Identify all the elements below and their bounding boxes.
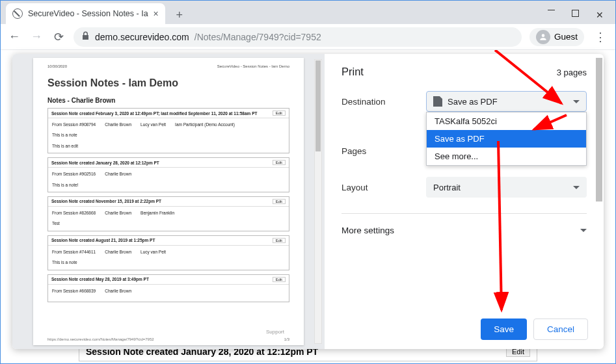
preview-attendee: Lucy van Pelt bbox=[141, 122, 166, 128]
page-count: 3 pages bbox=[557, 68, 587, 77]
lock-icon bbox=[81, 31, 90, 42]
preview-scroll-thumb[interactable] bbox=[315, 60, 321, 151]
preview-h1: Session Notes - Iam Demo bbox=[47, 77, 289, 89]
preview-edit-button[interactable]: Edit bbox=[273, 277, 286, 282]
preview-attendee: Charlie Brown bbox=[105, 210, 131, 216]
destination-label: Destination bbox=[341, 97, 426, 107]
preview-doc-header: SecureVideo - Session Notes - Iam Demo bbox=[217, 64, 289, 68]
preview-attendee: Charlie Brown bbox=[105, 249, 131, 255]
pdf-icon bbox=[433, 96, 442, 107]
destination-option-pdf[interactable]: Save as PDF bbox=[427, 130, 586, 148]
window-controls: ✕ bbox=[548, 10, 615, 24]
print-title: Print bbox=[341, 66, 364, 78]
tab-title: SecureVideo - Session Notes - Ia bbox=[28, 9, 148, 18]
minimize-icon[interactable] bbox=[548, 10, 555, 10]
destination-select[interactable]: Save as PDF bbox=[426, 91, 587, 112]
preview-note-title: Session Note created August 21, 2019 at … bbox=[51, 238, 155, 242]
preview-note-title: Session Note created February 3, 2020 at… bbox=[51, 111, 257, 116]
destination-value: Save as PDF bbox=[448, 97, 498, 107]
preview-note: Session Note created August 21, 2019 at … bbox=[47, 235, 289, 270]
print-settings-pane: Print 3 pages Destination Save as PDF TA… bbox=[325, 54, 604, 349]
preview-note: Session Note created November 15, 2019 a… bbox=[47, 196, 289, 231]
support-label: Support bbox=[266, 329, 284, 335]
preview-note: Session Note created February 3, 2020 at… bbox=[47, 108, 289, 153]
settings-scrollbar[interactable] bbox=[596, 58, 602, 345]
destination-dropdown: TASKalfa 5052ci Save as PDF See more... bbox=[426, 112, 587, 166]
preview-attendee: Charlie Brown bbox=[105, 171, 131, 177]
save-button[interactable]: Save bbox=[481, 318, 527, 340]
preview-session-id: From Session #908794 bbox=[52, 122, 96, 128]
avatar-icon bbox=[536, 30, 550, 44]
layout-label: Layout bbox=[341, 183, 426, 192]
preview-scrollbar[interactable] bbox=[314, 59, 322, 344]
preview-note-body: This is an edit bbox=[52, 143, 285, 150]
pages-label: Pages bbox=[341, 146, 426, 156]
preview-session-id: From Session #744611 bbox=[52, 249, 96, 255]
menu-icon[interactable]: ⋮ bbox=[592, 30, 609, 44]
viewport: Session Note created January 28, 2020 at… bbox=[1, 50, 615, 364]
preview-edit-button[interactable]: Edit bbox=[273, 199, 286, 204]
preview-note-title: Session Note created November 15, 2019 a… bbox=[51, 199, 161, 203]
url-host: demo.securevideo.com bbox=[95, 32, 189, 42]
preview-edit-button[interactable]: Edit bbox=[273, 160, 286, 165]
preview-attendee: Lucy van Pelt bbox=[141, 249, 166, 255]
chevron-down-icon bbox=[573, 186, 580, 189]
profile-label: Guest bbox=[554, 32, 578, 42]
close-window-icon[interactable]: ✕ bbox=[596, 10, 604, 20]
back-icon[interactable]: ← bbox=[7, 30, 21, 44]
browser-tab[interactable]: SecureVideo - Session Notes - Ia × bbox=[6, 3, 165, 24]
reload-icon[interactable]: ⟳ bbox=[51, 30, 66, 44]
preview-note-body: This is a note bbox=[52, 132, 285, 138]
more-settings-toggle[interactable]: More settings bbox=[341, 220, 587, 240]
destination-option-printer[interactable]: TASKalfa 5052ci bbox=[427, 112, 586, 130]
preview-session-id: From Session #826868 bbox=[52, 210, 96, 216]
forward-icon: → bbox=[29, 30, 44, 44]
browser-toolbar: ← → ⟳ demo.securevideo.com/Notes/Manage/… bbox=[1, 24, 615, 50]
preview-attendee: Benjamin Franklin bbox=[141, 210, 174, 216]
preview-attendee: Charlie Brown bbox=[105, 122, 131, 128]
preview-h2: Notes - Charlie Brown bbox=[47, 97, 289, 104]
preview-note-body: Test bbox=[52, 220, 285, 227]
layout-select[interactable]: Portrait bbox=[426, 177, 587, 198]
preview-session-id: From Session #668839 bbox=[52, 288, 96, 294]
preview-attendee: Iam Participant (Demo Account) bbox=[175, 122, 235, 128]
more-settings-label: More settings bbox=[341, 226, 394, 235]
cancel-button[interactable]: Cancel bbox=[533, 318, 588, 340]
preview-note-body: This is a note bbox=[52, 259, 285, 266]
chevron-down-icon bbox=[580, 229, 587, 232]
preview-note: Session Note created January 28, 2020 at… bbox=[47, 157, 289, 192]
new-tab-button[interactable]: + bbox=[170, 6, 189, 24]
preview-page-indicator: 1/3 bbox=[284, 337, 289, 341]
print-dialog: 10/30/2020 SecureVideo - Session Notes -… bbox=[12, 54, 604, 349]
preview-session-id: From Session #902516 bbox=[52, 171, 96, 177]
preview-date: 10/30/2020 bbox=[47, 64, 67, 68]
preview-edit-button[interactable]: Edit bbox=[273, 110, 286, 116]
close-tab-icon[interactable]: × bbox=[154, 8, 159, 19]
preview-note-title: Session Note created May 28, 2019 at 3:4… bbox=[51, 277, 149, 281]
maximize-icon[interactable] bbox=[572, 10, 579, 17]
print-preview-pane: 10/30/2020 SecureVideo - Session Notes -… bbox=[12, 54, 325, 349]
browser-titlebar: SecureVideo - Session Notes - Ia × + ✕ bbox=[1, 1, 615, 24]
preview-note-body: This is a note! bbox=[52, 182, 285, 188]
preview-note: Session Note created May 28, 2019 at 3:4… bbox=[47, 274, 289, 302]
url-path: /Notes/Manage/7949?cid=7952 bbox=[194, 32, 321, 42]
address-bar[interactable]: demo.securevideo.com/Notes/Manage/7949?c… bbox=[74, 27, 522, 47]
settings-scroll-thumb[interactable] bbox=[596, 58, 602, 202]
profile-chip[interactable]: Guest bbox=[529, 28, 584, 46]
layout-value: Portrait bbox=[433, 183, 461, 192]
destination-option-more[interactable]: See more... bbox=[427, 148, 586, 165]
preview-page: 10/30/2020 SecureVideo - Session Notes -… bbox=[33, 58, 304, 345]
preview-footer-url: https://demo.securevideo.com/Notes/Manag… bbox=[47, 337, 154, 341]
preview-edit-button[interactable]: Edit bbox=[273, 238, 286, 243]
preview-note-title: Session Note created January 28, 2020 at… bbox=[51, 161, 159, 165]
preview-attendee: Charlie Brown bbox=[105, 288, 131, 294]
chevron-down-icon bbox=[573, 100, 580, 103]
blocked-icon bbox=[12, 8, 23, 19]
